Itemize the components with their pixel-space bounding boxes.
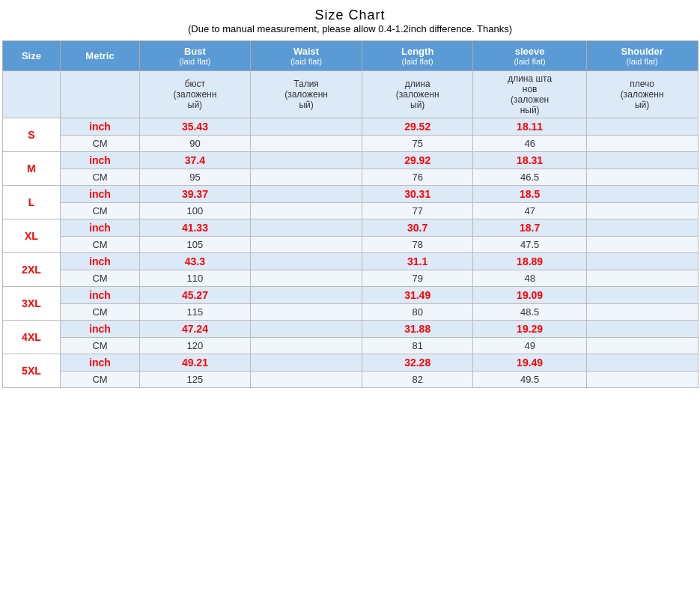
shoulder-inch [586,354,698,372]
sleeve-cm: 48.5 [473,304,586,321]
bust-inch: 49.21 [139,354,251,372]
size-chart-table: Size Metric Bust (laid flat) Waist (laid… [2,40,699,388]
bust-inch: 47.24 [139,321,251,338]
metric-inch: inch [61,186,139,203]
waist-inch [251,118,362,136]
waist-cm [251,237,362,253]
shoulder-cm [586,237,698,253]
metric-inch: inch [61,118,139,136]
shoulder-inch [586,287,698,304]
waist-cm [251,203,362,219]
size-label: M [2,152,61,186]
metric-cm: CM [61,304,139,321]
sleeve-inch: 19.09 [473,287,586,304]
shoulder-inch [586,118,698,136]
sleeve-inch: 18.31 [473,152,586,169]
bust-inch: 41.33 [139,219,251,237]
russian-header-metric [61,71,139,118]
russian-header-sleeve: длина штанов(заложенный) [473,71,586,118]
shoulder-cm [586,136,698,152]
table-row: CM1158048.5 [2,304,698,321]
metric-cm: CM [61,338,139,354]
sleeve-cm: 47 [473,203,586,219]
bust-cm: 105 [139,237,251,253]
table-row: 2XLinch43.331.118.89 [2,253,698,270]
shoulder-inch [586,152,698,169]
sleeve-inch: 19.29 [473,321,586,338]
table-row: CM1258249.5 [2,372,698,388]
length-cm: 81 [362,338,473,354]
waist-cm [251,169,362,186]
table-row: Sinch35.4329.5218.11 [2,118,698,136]
waist-inch [251,152,362,169]
size-label: 4XL [2,321,61,354]
waist-cm [251,304,362,321]
bust-cm: 100 [139,203,251,219]
sleeve-cm: 47.5 [473,237,586,253]
col-header-shoulder: Shoulder (laid flat) [586,41,698,71]
size-label: S [2,118,61,152]
title-section: Size Chart (Due to manual measurement, p… [188,7,512,34]
waist-cm [251,136,362,152]
shoulder-inch [586,186,698,203]
sleeve-inch: 18.89 [473,253,586,270]
size-label: 5XL [2,354,61,388]
col-header-bust: Bust (laid flat) [139,41,251,71]
table-row: 3XLinch45.2731.4919.09 [2,287,698,304]
waist-inch [251,219,362,237]
bust-cm: 110 [139,270,251,287]
bust-inch: 35.43 [139,118,251,136]
table-row: CM1208149 [2,338,698,354]
table-row: CM907546 [2,136,698,152]
metric-inch: inch [61,152,139,169]
length-inch: 30.31 [362,186,473,203]
metric-cm: CM [61,169,139,186]
table-row: CM1057847.5 [2,237,698,253]
metric-inch: inch [61,253,139,270]
metric-cm: CM [61,136,139,152]
bust-inch: 39.37 [139,186,251,203]
shoulder-cm [586,304,698,321]
sleeve-cm: 49.5 [473,372,586,388]
shoulder-inch [586,321,698,338]
sleeve-inch: 18.5 [473,186,586,203]
waist-inch [251,287,362,304]
length-cm: 82 [362,372,473,388]
chart-subtitle: (Due to manual measurement, please allow… [188,23,512,34]
length-cm: 76 [362,169,473,186]
col-header-metric: Metric [61,41,139,71]
table-row: 5XLinch49.2132.2819.49 [2,354,698,372]
bust-inch: 37.4 [139,152,251,169]
length-cm: 80 [362,304,473,321]
table-row: CM1007747 [2,203,698,219]
waist-inch [251,186,362,203]
table-row: Minch37.429.9218.31 [2,152,698,169]
shoulder-cm [586,169,698,186]
bust-cm: 115 [139,304,251,321]
table-row: CM1107948 [2,270,698,287]
russian-header-length: длина(заложенный) [362,71,473,118]
length-inch: 30.7 [362,219,473,237]
bust-inch: 43.3 [139,253,251,270]
sleeve-cm: 46.5 [473,169,586,186]
sleeve-cm: 46 [473,136,586,152]
size-label: XL [2,219,61,253]
shoulder-inch [586,219,698,237]
bust-cm: 95 [139,169,251,186]
waist-cm [251,338,362,354]
bust-cm: 90 [139,136,251,152]
shoulder-inch [586,253,698,270]
shoulder-cm [586,203,698,219]
waist-inch [251,253,362,270]
waist-cm [251,372,362,388]
metric-inch: inch [61,354,139,372]
metric-inch: inch [61,219,139,237]
table-row: 4XLinch47.2431.8819.29 [2,321,698,338]
table-row: CM957646.5 [2,169,698,186]
size-label: 3XL [2,287,61,321]
col-header-sleeve: sleeve (laid flat) [473,41,586,71]
length-inch: 31.1 [362,253,473,270]
chart-title: Size Chart [188,7,512,23]
length-inch: 31.88 [362,321,473,338]
sleeve-cm: 49 [473,338,586,354]
